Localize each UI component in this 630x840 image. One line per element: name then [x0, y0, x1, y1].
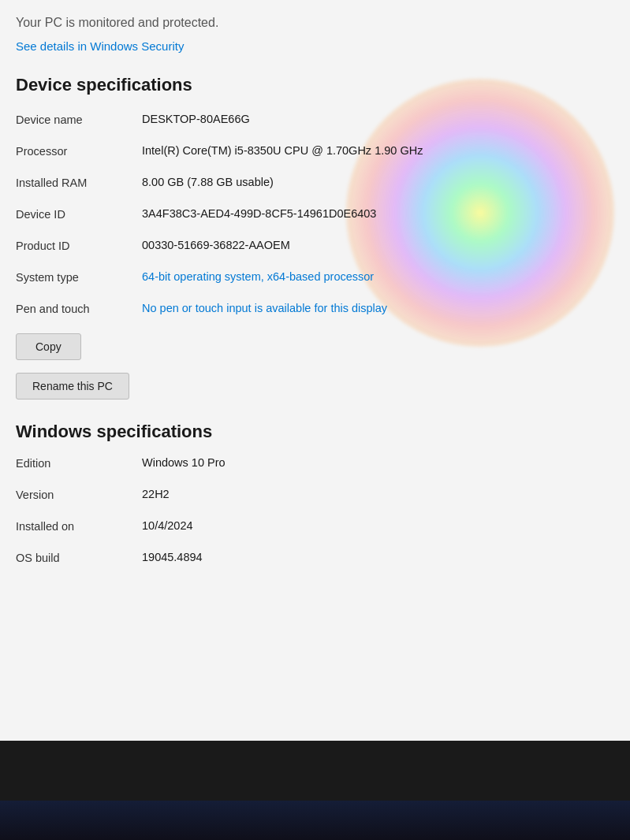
device-specs-title: Device specifications: [16, 75, 606, 95]
device-spec-row: Device nameDESKTOP-80AE66G: [16, 113, 606, 133]
spec-label: System type: [16, 270, 142, 284]
security-link[interactable]: See details in Windows Security: [16, 39, 184, 53]
spec-value: Windows 10 Pro: [142, 456, 606, 469]
spec-label: Device ID: [16, 207, 142, 221]
windows-specs-table: EditionWindows 10 ProVersion22H2Installe…: [16, 456, 606, 571]
device-spec-row: System type64-bit operating system, x64-…: [16, 270, 606, 291]
spec-label: Edition: [16, 456, 142, 470]
windows-spec-row: Installed on10/4/2024: [16, 519, 606, 540]
spec-label: OS build: [16, 551, 142, 564]
main-content: Your PC is monitored and protected. See …: [0, 0, 630, 741]
spec-value: 19045.4894: [142, 551, 606, 563]
spec-value: Intel(R) Core(TM) i5-8350U CPU @ 1.70GHz…: [142, 144, 606, 157]
device-spec-row: Device ID3A4F38C3-AED4-499D-8CF5-14961D0…: [16, 207, 606, 228]
windows-specs-title: Windows specifications: [16, 422, 606, 442]
windows-spec-row: EditionWindows 10 Pro: [16, 456, 606, 477]
device-spec-row: Installed RAM8.00 GB (7.88 GB usable): [16, 176, 606, 196]
copy-button[interactable]: Copy: [16, 333, 81, 360]
monitored-text: Your PC is monitored and protected.: [16, 16, 606, 30]
spec-value: 22H2: [142, 488, 606, 500]
spec-label: Version: [16, 488, 142, 501]
device-specs-table: Device nameDESKTOP-80AE66GProcessorIntel…: [16, 113, 606, 322]
windows-spec-row: Version22H2: [16, 488, 606, 508]
rename-pc-button[interactable]: Rename this PC: [16, 373, 129, 400]
spec-label: Device name: [16, 113, 142, 126]
spec-label: Pen and touch: [16, 302, 142, 315]
spec-value: 64-bit operating system, x64-based proce…: [142, 270, 606, 283]
device-spec-row: Product ID00330-51669-36822-AAOEM: [16, 239, 606, 259]
taskbar: 🎃: [0, 741, 630, 840]
spec-label: Installed on: [16, 519, 142, 533]
spec-value: DESKTOP-80AE66G: [142, 113, 606, 125]
device-spec-row: Pen and touchNo pen or touch input is av…: [16, 302, 606, 322]
taskbar-bottom: [0, 741, 630, 801]
spec-label: Processor: [16, 144, 142, 158]
spec-value: 10/4/2024: [142, 519, 606, 532]
spec-value: 00330-51669-36822-AAOEM: [142, 239, 606, 251]
spec-value: 8.00 GB (7.88 GB usable): [142, 176, 606, 188]
spec-label: Product ID: [16, 239, 142, 252]
spec-label: Installed RAM: [16, 176, 142, 189]
device-spec-row: ProcessorIntel(R) Core(TM) i5-8350U CPU …: [16, 144, 606, 165]
spec-value: No pen or touch input is available for t…: [142, 302, 606, 314]
spec-value: 3A4F38C3-AED4-499D-8CF5-14961D0E6403: [142, 207, 606, 220]
windows-spec-row: OS build19045.4894: [16, 551, 606, 571]
